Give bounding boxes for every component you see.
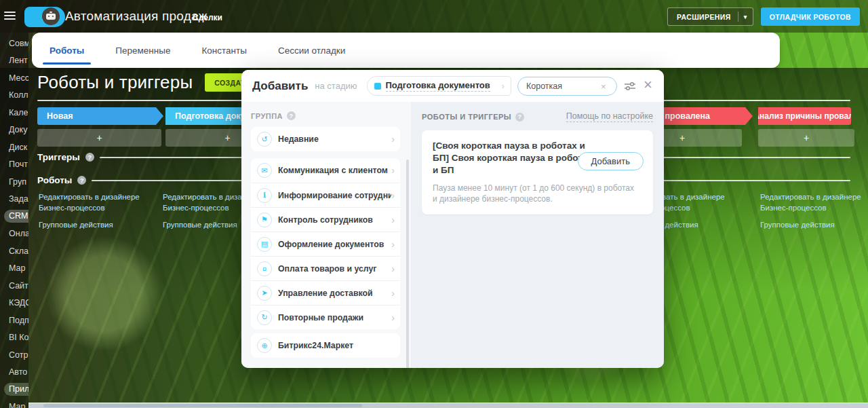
hamburger-menu-icon[interactable] (4, 10, 22, 23)
setup-help-link[interactable]: Помощь по настройке (566, 111, 653, 122)
groups-header: ГРУППА (251, 112, 283, 120)
sidebar-item[interactable]: Доку (0, 122, 28, 139)
search-input[interactable] (526, 81, 599, 91)
sidebar-item[interactable]: Мар (0, 398, 28, 408)
tab-bar: Роботы Переменные Константы Сессии отлад… (32, 33, 780, 68)
entity-type-label[interactable]: Сделки (193, 13, 222, 22)
close-dialog-icon[interactable]: × (644, 77, 652, 92)
group-actions-link[interactable]: Групповые действия (39, 220, 161, 231)
top-bar: × Автоматизация продаж Сделки РАСШИРЕНИЯ… (0, 0, 868, 33)
scrollbar-thumb[interactable] (43, 404, 362, 407)
stage-pill-new[interactable]: Новая (37, 107, 163, 125)
employees-icon: ⚑ (257, 212, 272, 227)
sidebar-item[interactable]: Мар (0, 260, 28, 278)
dialog-title: Добавить (252, 79, 308, 93)
divider (738, 12, 738, 22)
sidebar-item[interactable]: Авто (0, 364, 28, 382)
sidebar-item[interactable]: Груп (0, 173, 28, 191)
sidebar-item[interactable]: Диск (0, 138, 28, 156)
sidebar-item[interactable]: Кале (0, 104, 28, 122)
sidebar-item[interactable]: КЭДО (0, 295, 28, 312)
stage-pill-fail-analysis[interactable]: Анализ причины провала (758, 107, 851, 125)
group-item-document-processing[interactable]: ▤ Оформление документов › (251, 231, 400, 256)
info-icon: ℹ (257, 188, 272, 203)
help-icon[interactable]: ? (287, 111, 296, 120)
edit-in-bp-designer-link[interactable]: Редактировать в дизайнере Бизнес-процесс… (39, 192, 161, 213)
clear-search-icon[interactable]: × (601, 81, 606, 92)
group-item-employee-informing[interactable]: ℹ Информирование сотрудников › (251, 183, 400, 207)
chevron-right-icon: › (391, 239, 395, 250)
edit-in-bp-designer-link[interactable]: Редактировать в дизайнере Бизнес-процесс… (760, 192, 868, 213)
add-robot-tile[interactable]: + (758, 129, 854, 147)
sidebar-item[interactable]: Совм (0, 35, 28, 52)
group-item-repeat-sales[interactable]: ↻ Повторные продажи › (251, 305, 400, 329)
add-robot-tile[interactable]: + (37, 129, 161, 147)
group-actions-link[interactable]: Групповые действия (760, 220, 868, 231)
help-icon[interactable]: ? (515, 113, 524, 122)
group-item-payment[interactable]: ¤ Оплата товаров и услуг › (251, 256, 400, 280)
chevron-right-icon: › (391, 312, 395, 323)
document-icon: ▤ (257, 237, 272, 252)
search-box: × (517, 77, 617, 96)
chevron-right-icon: › (391, 134, 395, 145)
help-icon[interactable]: ? (77, 176, 86, 185)
robot-debugger-button[interactable]: ОТЛАДЧИК РОБОТОВ (761, 7, 860, 26)
sidebar-item[interactable]: Сотр (0, 346, 28, 364)
triggers-section-label: Триггеры (37, 152, 80, 162)
chevron-right-icon: › (391, 190, 395, 201)
robot-logo-icon (42, 7, 60, 25)
chevron-right-icon: › (391, 165, 395, 176)
stage-selector[interactable]: Подготовка документов › (367, 76, 511, 96)
group-item-recent[interactable]: ↺ Недавние › (251, 127, 400, 151)
robots-section-label: Роботы (37, 175, 72, 185)
group-item-employee-control[interactable]: ⚑ Контроль сотрудников › (251, 207, 400, 231)
sidebar-item[interactable]: Почт (0, 156, 28, 174)
sidebar-item[interactable]: Онла (0, 225, 28, 243)
filter-settings-icon[interactable] (625, 81, 635, 94)
sidebar-item[interactable]: Зада (0, 191, 28, 208)
stage-color-icon (374, 83, 381, 90)
tab-debug-sessions[interactable]: Сессии отладки (277, 33, 347, 68)
add-robot-button[interactable]: Добавить (578, 152, 644, 170)
tab-robots[interactable]: Роботы (48, 33, 85, 68)
app-title: Автоматизация продаж (65, 9, 208, 24)
sidebar-item[interactable]: Месс (0, 69, 28, 87)
market-icon: ⊕ (257, 338, 272, 353)
sidebar-item[interactable]: Скла (0, 242, 28, 260)
chevron-right-icon: › (501, 81, 504, 91)
extensions-button[interactable]: РАСШИРЕНИЯ ▾ (667, 7, 753, 26)
add-robot-dialog: Добавить на стадию Подготовка документов… (241, 70, 664, 368)
repeat-sales-icon: ↻ (257, 310, 272, 325)
robot-title: [Своя короткая пауза в роботах и БП] Сво… (433, 140, 595, 177)
left-menu: Совм Лент Месс Колл Кале Доку Диск Почт … (0, 33, 28, 408)
sidebar-item[interactable]: BI Ко (0, 329, 28, 347)
chevron-right-icon: › (391, 288, 395, 299)
dialog-header: Добавить на стадию Подготовка документов… (241, 70, 664, 102)
page-title: Роботы и триггеры (37, 72, 193, 93)
sidebar-item[interactable]: Подп (0, 312, 28, 329)
chevron-right-icon: › (391, 215, 395, 225)
robot-result-card: [Своя короткая пауза в роботах и БП] Сво… (422, 130, 653, 215)
sidebar-item[interactable]: Колл (0, 87, 28, 105)
sidebar-item-crm-active[interactable]: CRM (0, 208, 28, 225)
vertical-scrollbar[interactable] (406, 160, 409, 368)
sidebar-item[interactable]: Лент (0, 52, 28, 70)
sidebar-item-hovered[interactable]: Прил (0, 381, 28, 398)
group-item-delivery[interactable]: ➤ Управление доставкой › (251, 280, 400, 305)
app-window: × Автоматизация продаж Сделки РАСШИРЕНИЯ… (0, 0, 868, 408)
groups-panel: ГРУППА ? ↺ Недавние › ✉ Коммуникация с к… (241, 102, 411, 368)
group-item-bitrix24-market[interactable]: ⊕ Битрикс24.Маркет (251, 333, 400, 358)
group-item-client-communication[interactable]: ✉ Коммуникация с клиентом › (251, 158, 400, 183)
robot-description: Пауза менее 10 минут (от 1 до 600 секунд… (433, 183, 636, 206)
help-icon[interactable]: ? (85, 153, 94, 162)
chevron-down-icon[interactable]: ▾ (744, 14, 747, 20)
delivery-icon: ➤ (257, 286, 272, 301)
horizontal-scrollbar[interactable] (28, 403, 868, 408)
tab-variables[interactable]: Переменные (114, 33, 172, 68)
extensions-button-label: РАСШИРЕНИЯ (677, 13, 731, 21)
recent-icon: ↺ (257, 132, 272, 147)
results-header: РОБОТЫ И ТРИГГЕРЫ (422, 113, 511, 121)
results-panel: РОБОТЫ И ТРИГГЕРЫ ? Помощь по настройке … (411, 102, 664, 368)
tab-constants[interactable]: Константы (200, 33, 248, 68)
sidebar-item[interactable]: Сайт (0, 277, 28, 295)
